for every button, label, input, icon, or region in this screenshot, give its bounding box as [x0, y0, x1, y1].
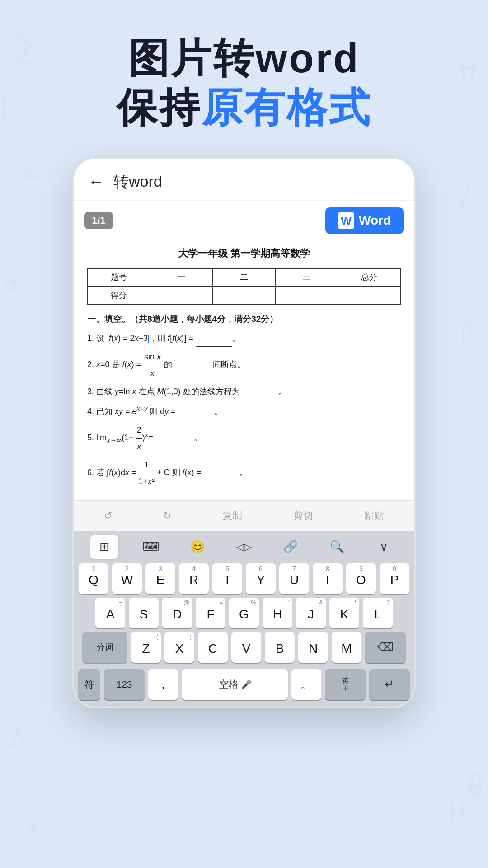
key-G[interactable]: %G — [229, 598, 259, 628]
key-P[interactable]: 0P — [380, 563, 409, 594]
key-R[interactable]: 4R — [179, 563, 209, 594]
section-header: 一、填空。（共8道小题，每小题4分，满分32分） — [87, 312, 401, 326]
key-fenci[interactable]: 分词 — [82, 632, 127, 663]
list-item: 4. 已知 xy = ex+y 则 dy = 。 — [87, 402, 401, 420]
table-cell: 得分 — [88, 286, 150, 304]
key-V[interactable]: _V — [231, 632, 261, 663]
keyboard-bottom-row: 符 123 ， 空格 🎤 。 英 中 ↵ — [74, 669, 414, 707]
answer-blank — [158, 429, 194, 446]
key-fu[interactable]: 符 — [78, 669, 100, 700]
key-Z[interactable]: (Z — [131, 632, 161, 663]
key-lang[interactable]: 英 中 — [325, 669, 366, 700]
key-U[interactable]: 7U — [279, 563, 309, 594]
key-Q[interactable]: 1Q — [79, 563, 108, 594]
table-header-row: 题号 一 二 三 总分 — [88, 269, 401, 287]
top-bar-title: 转word — [113, 171, 162, 192]
question-list: 1. 设 f(x) = 2x−3，则 f[f(x)] = 。 2. x=0 是 … — [87, 330, 401, 490]
lang-en: 英 — [342, 677, 349, 685]
hero-line2-black: 保持 — [117, 85, 202, 130]
text-cursor — [148, 335, 149, 343]
table-cell — [213, 286, 276, 304]
key-M[interactable]: M — [332, 632, 361, 663]
keyboard-row-1: 1Q 2W 3E 4R 5T 6Y 7U 8I 9O 0P — [78, 563, 410, 594]
redo-button[interactable]: ↻ — [159, 508, 176, 524]
keyboard-link-btn[interactable]: 🔗 — [277, 535, 305, 559]
paste-button[interactable]: 粘贴 — [360, 507, 389, 524]
key-X[interactable]: )X — [164, 632, 194, 663]
key-H[interactable]: "H — [263, 598, 292, 628]
table-cell — [338, 286, 401, 304]
key-D[interactable]: @D — [162, 598, 192, 628]
key-J[interactable]: &J — [296, 598, 326, 628]
doc-title: 大学一年级 第一学期高等数学 — [87, 245, 401, 262]
word-btn-label: Word — [359, 213, 391, 228]
table-cell: 二 — [213, 269, 276, 287]
hero-section: 图片转word 保持原有格式 — [0, 0, 488, 148]
list-item: 3. 曲线 y=ln x 在点 M(1,0) 处的法线方程为 。 — [87, 383, 401, 400]
answer-blank — [242, 383, 278, 400]
keyboard-top-row: ⊞ ⌨ 😊 ◁▷ 🔗 🔍 ∨ — [74, 531, 414, 561]
key-period[interactable]: 。 — [291, 669, 321, 700]
keyboard-rows: 1Q 2W 3E 4R 5T 6Y 7U 8I 9O 0P −A ! — [74, 561, 414, 669]
keyboard-emoji-btn[interactable]: 😊 — [183, 535, 211, 559]
key-I[interactable]: 8I — [313, 563, 343, 594]
keyboard: ⊞ ⌨ 😊 ◁▷ 🔗 🔍 ∨ 1Q 2W 3E 4R 5T — [74, 531, 414, 707]
key-B[interactable]: B — [265, 632, 295, 663]
document-area: 1/1 W Word 大学一年级 第一学期高等数学 题号 — [74, 201, 414, 500]
key-T[interactable]: 5T — [212, 563, 242, 594]
keyboard-collapse-btn[interactable]: ∨ — [370, 535, 398, 559]
microphone-icon: 🎤 — [241, 679, 251, 689]
answer-blank — [196, 330, 232, 347]
keyboard-layout-btn[interactable]: ⌨ — [137, 535, 165, 559]
key-A[interactable]: −A — [95, 598, 125, 628]
back-button[interactable]: ← — [88, 172, 104, 191]
key-delete[interactable]: ⌫ — [365, 632, 406, 663]
list-item: 1. 设 f(x) = 2x−3，则 f[f(x)] = 。 — [87, 330, 401, 347]
key-S[interactable]: !S — [129, 598, 159, 628]
key-L[interactable]: ?L — [363, 598, 393, 628]
word-w-letter: W — [341, 214, 352, 228]
list-item: 5. limx→∞(1− 2x)x= 。 — [87, 422, 401, 455]
phone-frame: ← 转word 1/1 W Word 大学一年级 第一学期 — [72, 157, 416, 708]
doc-toolbar: 1/1 W Word — [74, 201, 414, 241]
word-export-button[interactable]: W Word — [325, 207, 404, 234]
table-cell: 题号 — [88, 269, 150, 287]
hero-line1: 图片转word — [0, 36, 488, 81]
key-comma[interactable]: ， — [148, 669, 178, 700]
phone-inner: ← 转word 1/1 W Word 大学一年级 第一学期 — [74, 159, 414, 707]
keyboard-search-btn[interactable]: 🔍 — [323, 535, 351, 559]
key-space[interactable]: 空格 🎤 — [182, 669, 288, 700]
space-label: 空格 — [219, 678, 239, 691]
key-enter[interactable]: ↵ — [369, 669, 410, 700]
answer-blank — [174, 356, 211, 373]
key-K[interactable]: *K — [329, 598, 359, 628]
key-O[interactable]: 9O — [346, 563, 376, 594]
key-C[interactable]: −C — [198, 632, 228, 663]
keyboard-grid-btn[interactable]: ⊞ — [90, 535, 118, 559]
key-F[interactable]: #F — [196, 598, 225, 628]
score-table: 题号 一 二 三 总分 得分 — [87, 268, 401, 304]
phone-mockup: ← 转word 1/1 W Word 大学一年级 第一学期 — [0, 157, 488, 708]
key-123[interactable]: 123 — [104, 669, 145, 700]
key-W[interactable]: 2W — [112, 563, 142, 594]
lang-zh: 中 — [343, 685, 348, 692]
table-cell — [150, 286, 213, 304]
undo-button[interactable]: ↺ — [99, 508, 117, 524]
keyboard-row-2: −A !S @D #F %G "H &J *K ?L — [78, 598, 410, 628]
list-item: 6. 若 ∫f(x)dx = 11+x² + C 则 f(x) = 。 — [87, 457, 401, 490]
list-item: 2. x=0 是 f(x) = sin xx 的 间断点。 — [87, 349, 401, 382]
doc-content: 大学一年级 第一学期高等数学 题号 一 二 三 总分 得分 — [74, 241, 414, 500]
edit-toolbar: ↺ ↻ 复制 剪切 粘贴 — [74, 500, 414, 531]
cut-button[interactable]: 剪切 — [289, 507, 318, 524]
answer-blank — [178, 403, 214, 420]
table-cell: 一 — [150, 269, 213, 287]
word-icon: W — [338, 212, 354, 229]
key-Y[interactable]: 6Y — [246, 563, 276, 594]
hero-line2-blue: 原有格式 — [202, 85, 371, 130]
table-cell: 三 — [275, 269, 338, 287]
hero-line2: 保持原有格式 — [0, 85, 488, 130]
copy-button[interactable]: 复制 — [218, 507, 247, 524]
key-E[interactable]: 3E — [145, 563, 175, 594]
key-N[interactable]: N — [298, 632, 328, 663]
keyboard-cursor-btn[interactable]: ◁▷ — [230, 535, 258, 559]
